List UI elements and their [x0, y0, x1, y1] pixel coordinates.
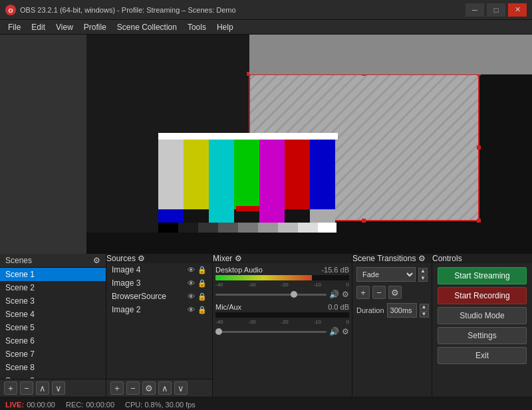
svg-rect-17	[158, 133, 338, 140]
add-transition-button[interactable]: +	[356, 286, 370, 299]
svg-rect-42	[236, 206, 259, 211]
preview-area	[0, 35, 532, 254]
volume-slider[interactable]	[215, 331, 327, 333]
mute-icon[interactable]: 🔊	[329, 327, 339, 336]
svg-rect-38	[258, 223, 278, 233]
cpu-label: CPU: 0.8%, 30.00 fps	[125, 401, 196, 409]
svg-rect-21	[234, 140, 259, 209]
source-visibility-icon[interactable]: 👁	[188, 306, 195, 314]
studio-mode-button[interactable]: Studio Mode	[438, 307, 527, 324]
menu-scene-collection[interactable]: Scene Collection	[112, 20, 182, 35]
transitions-config-icon[interactable]: ⚙	[418, 254, 426, 263]
add-source-button[interactable]: +	[110, 381, 124, 395]
remove-transition-button[interactable]: −	[372, 286, 386, 299]
sources-config-icon[interactable]: ⚙	[138, 254, 145, 263]
controls-panel: Controls Start Streaming Start Recording…	[432, 254, 532, 397]
track-settings-icon[interactable]: ⚙	[342, 290, 349, 299]
duration-up-arrow[interactable]: ▲	[420, 304, 429, 310]
transition-select[interactable]: Fade Cut Slide	[356, 267, 416, 282]
track-name: Desktop Audio	[215, 266, 263, 274]
mixer-config-icon[interactable]: ⚙	[235, 254, 242, 263]
source-item[interactable]: Image 2 👁 🔒	[106, 303, 212, 316]
scene-item[interactable]: Scene 5	[0, 321, 106, 334]
meter-bar	[215, 275, 349, 280]
source-item[interactable]: BrowserSource 👁 🔒	[106, 290, 212, 303]
rec-status: REC: 00:00:00	[66, 401, 114, 409]
svg-rect-31	[310, 209, 335, 223]
menu-profile[interactable]: Profile	[78, 20, 112, 35]
source-item[interactable]: Image 3 👁 🔒	[106, 276, 212, 290]
duration-arrows: ▲ ▼	[420, 304, 429, 318]
window-controls: ─ □ ✕	[466, 3, 527, 17]
menu-bar: File Edit View Profile Scene Collection …	[0, 20, 532, 35]
move-scene-up-button[interactable]: ∧	[36, 381, 49, 395]
settings-button[interactable]: Settings	[438, 327, 527, 344]
exit-button[interactable]: Exit	[438, 347, 527, 364]
duration-down-arrow[interactable]: ▼	[420, 311, 429, 318]
transitions-panel-title: Scene Transitions	[352, 254, 416, 263]
mixer-list: Desktop Audio -15.6 dB -40-30-20-100 🔊 ⚙	[213, 263, 352, 397]
close-button[interactable]: ✕	[508, 3, 527, 17]
source-visibility-icon[interactable]: 👁	[188, 266, 195, 274]
source-lock-icon[interactable]: 🔒	[198, 306, 207, 314]
meter-scale: -40-30-20-100	[215, 282, 349, 288]
scene-item[interactable]: Scene 4	[0, 308, 106, 321]
maximize-button[interactable]: □	[487, 3, 505, 17]
source-visibility-icon[interactable]: 👁	[188, 279, 195, 287]
transition-up-arrow[interactable]: ▲	[418, 268, 428, 274]
svg-rect-41	[318, 223, 336, 233]
source-settings-button[interactable]: ⚙	[142, 381, 156, 395]
move-source-down-button[interactable]: ∨	[174, 381, 188, 395]
transition-arrows: ▲ ▼	[418, 268, 428, 282]
sources-panel: Sources ⚙ Image 4 👁 🔒 Image 3 👁 🔒	[106, 254, 213, 397]
scenes-config-icon[interactable]: ⚙	[93, 256, 100, 265]
start-recording-button[interactable]: Start Recording	[438, 287, 527, 304]
scene-item[interactable]: Scene 9	[0, 374, 106, 379]
svg-rect-13	[477, 146, 481, 150]
duration-input[interactable]	[387, 303, 417, 318]
menu-help[interactable]: Help	[211, 20, 239, 35]
minimize-button[interactable]: ─	[466, 3, 484, 17]
volume-slider[interactable]	[215, 294, 327, 296]
move-source-up-button[interactable]: ∧	[158, 381, 172, 395]
source-visibility-icon[interactable]: 👁	[188, 292, 195, 300]
svg-rect-22	[259, 140, 285, 209]
svg-rect-33	[158, 223, 178, 233]
track-db: -15.6 dB	[321, 266, 349, 274]
controls-panel-title: Controls	[432, 254, 462, 263]
source-lock-icon[interactable]: 🔒	[198, 292, 207, 301]
mute-icon[interactable]: 🔊	[329, 290, 339, 299]
menu-edit[interactable]: Edit	[26, 20, 51, 35]
source-item[interactable]: Image 4 👁 🔒	[106, 263, 212, 276]
track-header: Mic/Aux 0.0 dB	[215, 303, 349, 311]
transition-settings-button[interactable]: ⚙	[388, 286, 402, 299]
add-scene-button[interactable]: +	[4, 381, 17, 395]
transition-down-arrow[interactable]: ▼	[418, 275, 428, 282]
source-icons: 👁 🔒	[188, 306, 207, 314]
scene-item[interactable]: Scene 1	[0, 268, 106, 281]
start-streaming-button[interactable]: Start Streaming	[438, 267, 527, 284]
move-scene-down-button[interactable]: ∨	[52, 381, 65, 395]
meter-bar	[215, 312, 349, 318]
menu-tools[interactable]: Tools	[182, 20, 211, 35]
remove-source-button[interactable]: −	[126, 381, 140, 395]
scene-item[interactable]: Scene 3	[0, 294, 106, 308]
scene-item[interactable]: Scene 8	[0, 361, 106, 374]
svg-rect-37	[238, 223, 258, 233]
rec-time: 00:00:00	[86, 401, 114, 409]
menu-file[interactable]: File	[3, 20, 26, 35]
remove-scene-button[interactable]: −	[20, 381, 33, 395]
source-lock-icon[interactable]: 🔒	[198, 266, 207, 274]
scene-list: Scene 1 Scene 2 Scene 3 Scene 4 Scene 5 …	[0, 268, 106, 379]
svg-rect-34	[178, 223, 198, 233]
scene-item[interactable]: Scene 6	[0, 334, 106, 348]
status-bar: LIVE: 00:00:00 REC: 00:00:00 CPU: 0.8%, …	[0, 397, 532, 410]
scene-item[interactable]: Scene 7	[0, 348, 106, 361]
source-label: Image 2	[112, 305, 140, 314]
scene-item[interactable]: Scene 2	[0, 281, 106, 294]
menu-view[interactable]: View	[51, 20, 78, 35]
mixer-controls: 🔊 ⚙	[215, 290, 349, 299]
svg-rect-25	[158, 209, 184, 223]
source-lock-icon[interactable]: 🔒	[198, 279, 207, 288]
track-settings-icon[interactable]: ⚙	[342, 327, 349, 336]
